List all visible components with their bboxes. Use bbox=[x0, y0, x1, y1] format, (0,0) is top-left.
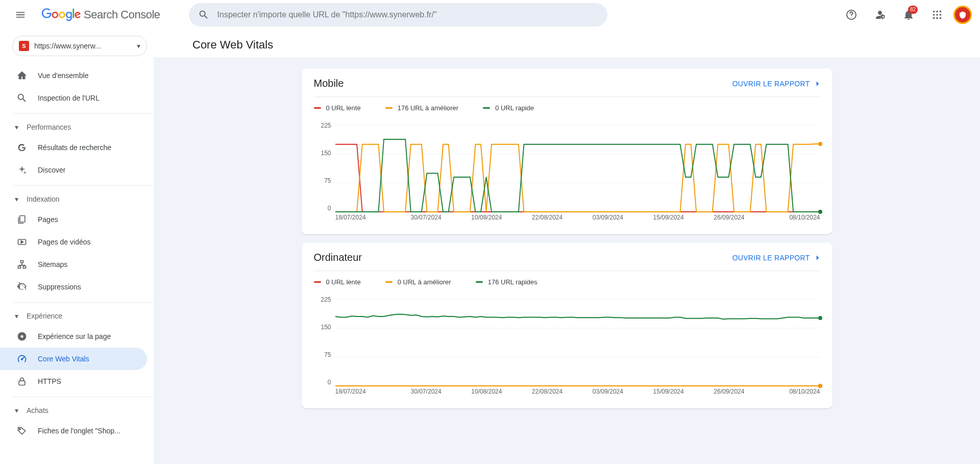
svg-rect-18 bbox=[19, 381, 25, 385]
svg-point-8 bbox=[933, 17, 935, 19]
property-label: https://www.synerw... bbox=[34, 42, 132, 50]
svg-point-4 bbox=[940, 10, 942, 12]
tag-icon bbox=[16, 425, 28, 436]
google-logo-icon bbox=[41, 8, 82, 21]
notification-badge: 82 bbox=[908, 6, 918, 14]
sidebar-section-shopping[interactable]: ▾ Achats bbox=[0, 401, 153, 420]
chart-desktop: 225150750 18/07/202430/07/202410/08/2024… bbox=[314, 296, 820, 398]
svg-point-1 bbox=[851, 17, 852, 18]
sidebar-item-sitemaps[interactable]: Sitemaps bbox=[0, 253, 147, 276]
open-report-mobile[interactable]: OUVRIR LE RAPPORT bbox=[732, 79, 822, 88]
svg-point-6 bbox=[936, 14, 938, 16]
svg-point-5 bbox=[933, 14, 935, 16]
search-icon bbox=[16, 92, 28, 104]
sidebar-item-search-results[interactable]: Résultats de recherche bbox=[0, 136, 147, 159]
card-title-desktop: Ordinateur bbox=[314, 252, 362, 263]
main: Core Web Vitals Mobile OUVRIR LE RAPPORT… bbox=[153, 30, 980, 464]
svg-point-3 bbox=[936, 10, 938, 12]
asterisk-icon bbox=[16, 164, 28, 176]
sidebar: S https://www.synerw... ▾ Vue d'ensemble… bbox=[0, 30, 153, 464]
logo[interactable]: Search Console bbox=[41, 8, 160, 21]
page-header: Core Web Vitals bbox=[154, 30, 980, 58]
sidebar-item-core-web-vitals[interactable]: Core Web Vitals bbox=[0, 348, 147, 370]
lock-icon bbox=[16, 376, 28, 387]
svg-point-2 bbox=[933, 10, 935, 12]
g-icon bbox=[16, 142, 28, 153]
sidebar-section-performance[interactable]: ▾ Performances bbox=[0, 118, 153, 136]
help-icon bbox=[845, 9, 857, 21]
legend-desktop: 0 URL lente 0 URL à améliorer 176 URL ra… bbox=[314, 271, 820, 292]
legend-improve: 176 URL à améliorer bbox=[385, 104, 458, 112]
svg-point-17 bbox=[21, 359, 23, 360]
search-input[interactable] bbox=[217, 10, 598, 19]
card-title-mobile: Mobile bbox=[314, 78, 344, 89]
video-icon bbox=[16, 236, 28, 248]
avatar-icon bbox=[958, 10, 967, 19]
settings-person-icon bbox=[874, 9, 886, 21]
help-button[interactable] bbox=[839, 3, 864, 27]
chevron-right-icon bbox=[813, 79, 822, 88]
legend-slow: 0 URL lente bbox=[314, 278, 361, 286]
sidebar-item-url-inspection[interactable]: Inspection de l'URL bbox=[0, 87, 147, 109]
chevron-right-icon bbox=[813, 253, 822, 262]
chart-mobile: 225150750 18/07/202430/07/202410/08/2024… bbox=[314, 122, 820, 224]
card-desktop: Ordinateur OUVRIR LE RAPPORT 0 URL lente… bbox=[302, 242, 832, 408]
legend-mobile: 0 URL lente 176 URL à améliorer 0 URL ra… bbox=[314, 96, 820, 118]
settings-button[interactable] bbox=[868, 3, 892, 27]
sidebar-item-page-experience[interactable]: Expérience sur la page bbox=[0, 325, 147, 348]
sitemap-icon bbox=[16, 259, 28, 270]
chevron-down-icon: ▾ bbox=[12, 312, 20, 320]
account-avatar[interactable] bbox=[953, 6, 972, 24]
svg-point-32 bbox=[818, 384, 822, 388]
svg-point-33 bbox=[818, 316, 822, 320]
search-bar[interactable] bbox=[189, 3, 607, 27]
sidebar-item-video-pages[interactable]: Pages de vidéos bbox=[0, 231, 147, 253]
property-selector[interactable]: S https://www.synerw... ▾ bbox=[12, 36, 147, 56]
star-circle-icon bbox=[16, 331, 28, 342]
sidebar-item-removals[interactable]: Suppressions bbox=[0, 276, 147, 298]
sidebar-item-overview[interactable]: Vue d'ensemble bbox=[0, 64, 147, 87]
svg-point-26 bbox=[818, 210, 822, 214]
app-name: Search Console bbox=[84, 8, 160, 21]
menu-icon bbox=[15, 9, 26, 20]
sidebar-item-pages[interactable]: Pages bbox=[0, 208, 147, 231]
svg-point-25 bbox=[818, 142, 822, 146]
chevron-down-icon: ▾ bbox=[12, 123, 20, 131]
property-favicon-icon: S bbox=[19, 41, 29, 51]
sidebar-item-https[interactable]: HTTPS bbox=[0, 370, 147, 393]
home-icon bbox=[16, 70, 28, 81]
sidebar-item-shop-listings[interactable]: Fiches de l'onglet "Shop... bbox=[0, 420, 147, 442]
chevron-down-icon: ▾ bbox=[12, 195, 20, 203]
sidebar-item-discover[interactable]: Discover bbox=[0, 159, 147, 181]
header: Search Console 82 bbox=[0, 0, 980, 30]
open-report-desktop[interactable]: OUVRIR LE RAPPORT bbox=[732, 253, 822, 262]
search-icon bbox=[198, 9, 209, 20]
legend-fast: 0 URL rapide bbox=[483, 104, 534, 112]
speed-icon bbox=[16, 353, 28, 364]
svg-point-19 bbox=[19, 428, 21, 430]
svg-point-7 bbox=[940, 14, 942, 16]
svg-point-10 bbox=[940, 17, 942, 19]
legend-slow: 0 URL lente bbox=[314, 104, 361, 112]
card-mobile: Mobile OUVRIR LE RAPPORT 0 URL lente 176… bbox=[302, 68, 832, 234]
chevron-down-icon: ▾ bbox=[12, 406, 20, 414]
svg-rect-13 bbox=[21, 261, 23, 263]
legend-fast: 176 URL rapides bbox=[476, 278, 537, 286]
sidebar-section-experience[interactable]: ▾ Expérience bbox=[0, 307, 153, 325]
main-scroll[interactable]: Mobile OUVRIR LE RAPPORT 0 URL lente 176… bbox=[154, 58, 980, 464]
sidebar-section-indexing[interactable]: ▾ Indexation bbox=[0, 190, 153, 208]
apps-button[interactable] bbox=[925, 3, 949, 27]
notifications-button[interactable]: 82 bbox=[896, 3, 921, 27]
svg-rect-11 bbox=[20, 216, 25, 223]
chevron-down-icon: ▾ bbox=[137, 42, 140, 50]
pages-icon bbox=[16, 214, 28, 225]
hidden-icon bbox=[16, 281, 28, 292]
svg-rect-14 bbox=[18, 266, 21, 268]
legend-improve: 0 URL à améliorer bbox=[385, 278, 451, 286]
svg-rect-15 bbox=[23, 266, 26, 268]
apps-icon bbox=[932, 9, 943, 20]
page-title: Core Web Vitals bbox=[192, 38, 273, 52]
svg-point-9 bbox=[936, 17, 938, 19]
menu-button[interactable] bbox=[8, 3, 33, 27]
